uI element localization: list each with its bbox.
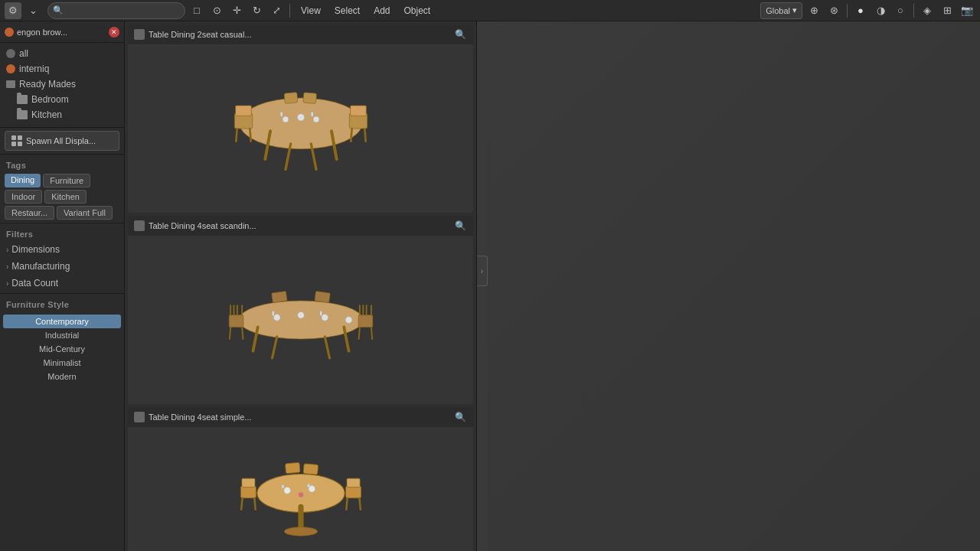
toolbar-select-box-icon[interactable]: □ <box>188 2 205 19</box>
top-toolbar: ⚙ ⌄ 🔍 □ ⊙ ✛ ↻ ⤢ View Select Add Object G… <box>0 0 980 21</box>
collapse-panel-button[interactable]: › <box>477 256 488 286</box>
svg-point-41 <box>273 315 280 321</box>
toolbar-cursor-icon[interactable]: ⊙ <box>208 2 225 19</box>
svg-point-14 <box>297 114 304 121</box>
asset-1-title: Table Dining 4seat scandin... <box>149 221 449 230</box>
toolbar-settings-icon[interactable]: ⚙ <box>5 2 21 19</box>
tree-item-all[interactable]: all <box>0 46 124 61</box>
svg-line-37 <box>358 327 359 339</box>
viewport-options-icon[interactable]: ⊞ <box>939 2 956 19</box>
tag-indoor[interactable]: Indoor <box>5 190 42 204</box>
dropdown-arrow: ▾ <box>792 5 797 15</box>
toolbar-separator-3 <box>913 4 914 18</box>
style-industrial[interactable]: Industrial <box>0 328 124 342</box>
asset-0-preview <box>128 44 473 213</box>
top-menu: View Select Add Object <box>295 3 436 18</box>
toolbar-search-input[interactable] <box>47 2 185 19</box>
style-mid-century[interactable]: Mid-Century <box>0 342 124 356</box>
toolbar-rotate-icon[interactable]: ↻ <box>248 2 265 19</box>
divider-4 <box>0 293 124 294</box>
render-icon[interactable]: 📷 <box>959 2 975 19</box>
tree-item-interniq[interactable]: interniq <box>0 61 124 77</box>
svg-rect-46 <box>320 311 322 316</box>
tree-item-ready-mades[interactable]: Ready Mades <box>0 77 124 92</box>
menu-select[interactable]: Select <box>328 3 366 18</box>
svg-line-53 <box>254 498 255 510</box>
svg-rect-58 <box>285 462 300 473</box>
style-minimalist[interactable]: Minimalist <box>0 356 124 370</box>
tree-item-kitchen[interactable]: Kitchen <box>0 107 124 122</box>
menu-view[interactable]: View <box>295 3 327 18</box>
toolbar-expand-icon[interactable]: ⌄ <box>24 2 41 19</box>
asset-1-search-btn[interactable]: 🔍 <box>453 219 467 233</box>
furniture-style-label: Furniture Style <box>0 295 124 311</box>
left-panel-scroll[interactable]: all interniq Ready Mades Bedroom Kitchen <box>0 43 124 551</box>
divider-1 <box>0 127 124 128</box>
menu-object[interactable]: Object <box>398 3 437 18</box>
shading-solid-icon[interactable]: ● <box>852 2 869 19</box>
style-modern[interactable]: Modern <box>0 370 124 383</box>
asset-item-0[interactable]: Table Dining 2seat casual... 🔍 <box>128 24 473 213</box>
svg-line-30 <box>229 327 230 339</box>
svg-rect-64 <box>307 484 309 487</box>
svg-rect-51 <box>241 478 254 487</box>
svg-rect-10 <box>350 106 366 116</box>
viewport-shading-icon[interactable]: ◈ <box>919 2 936 19</box>
asset-item-1[interactable]: Table Dining 4seat scandin... 🔍 <box>128 216 473 404</box>
filter-dimensions[interactable]: › Dimensions <box>0 241 124 258</box>
svg-rect-54 <box>345 486 361 498</box>
spawn-all-button[interactable]: Spawn All Displa... <box>5 131 119 151</box>
asset-item-0-header: Table Dining 2seat casual... 🔍 <box>128 24 473 44</box>
tag-restaurant[interactable]: Restaur... <box>5 206 54 220</box>
toolbar-transform-icon[interactable]: ✛ <box>228 2 245 19</box>
tag-kitchen[interactable]: Kitchen <box>44 190 87 204</box>
tag-variant-full[interactable]: Variant Full <box>57 206 113 220</box>
svg-rect-55 <box>347 478 360 487</box>
toolbar-separator-2 <box>847 4 848 18</box>
tag-furniture[interactable]: Furniture <box>43 174 90 187</box>
asset-2-preview <box>128 427 473 551</box>
asset-0-icon <box>134 29 145 40</box>
browser-icon <box>5 28 14 37</box>
interniq-icon <box>6 64 15 73</box>
asset-2-search-btn[interactable]: 🔍 <box>453 410 467 424</box>
global-label: Global <box>766 6 790 15</box>
center-panel: Table Dining 2seat casual... 🔍 <box>125 21 477 551</box>
asset-1-svg <box>224 243 377 396</box>
browser-header: engon brow... ✕ <box>0 21 124 43</box>
svg-line-8 <box>250 129 250 142</box>
tag-dining[interactable]: Dining <box>5 174 41 187</box>
close-button[interactable]: ✕ <box>109 27 119 37</box>
svg-rect-40 <box>314 292 329 303</box>
svg-line-7 <box>236 129 237 142</box>
svg-line-31 <box>242 327 243 339</box>
ready-mades-icon <box>6 80 15 88</box>
left-panel: engon brow... ✕ all interniq Ready Mades <box>0 21 125 551</box>
filter-manufacturing[interactable]: › Manufacturing <box>0 258 124 275</box>
asset-0-search-btn[interactable]: 🔍 <box>453 28 467 41</box>
bedroom-folder-icon <box>17 95 28 104</box>
toolbar-scale-icon[interactable]: ⤢ <box>268 2 285 19</box>
overlay-icon[interactable]: ⊕ <box>805 2 822 19</box>
svg-rect-16 <box>280 112 283 116</box>
asset-1-preview <box>128 236 473 404</box>
svg-rect-25 <box>229 315 243 328</box>
tree-bedroom-label: Bedroom <box>31 94 69 105</box>
tree-item-bedroom[interactable]: Bedroom <box>0 92 124 107</box>
tree-ready-mades-label: Ready Mades <box>19 79 76 90</box>
svg-rect-63 <box>282 485 284 488</box>
shading-render-icon[interactable]: ○ <box>892 2 909 19</box>
spawn-label: Spawn All Displa... <box>26 136 96 145</box>
filter-data-count[interactable]: › Data Count <box>0 275 124 292</box>
3d-viewport <box>488 21 980 551</box>
asset-item-2[interactable]: Table Dining 4seat simple... 🔍 <box>128 407 473 551</box>
viewport-global-dropdown[interactable]: Global ▾ <box>760 2 802 19</box>
shading-material-icon[interactable]: ◑ <box>872 2 889 19</box>
menu-add[interactable]: Add <box>368 3 396 18</box>
tree-kitchen-label: Kitchen <box>31 109 62 120</box>
style-contemporary[interactable]: Contemporary <box>3 315 121 328</box>
gizmo-icon[interactable]: ⊛ <box>825 2 842 19</box>
main-area: engon brow... ✕ all interniq Ready Mades <box>0 21 980 551</box>
asset-2-icon <box>134 412 145 422</box>
browser-title: engon brow... <box>17 28 106 37</box>
